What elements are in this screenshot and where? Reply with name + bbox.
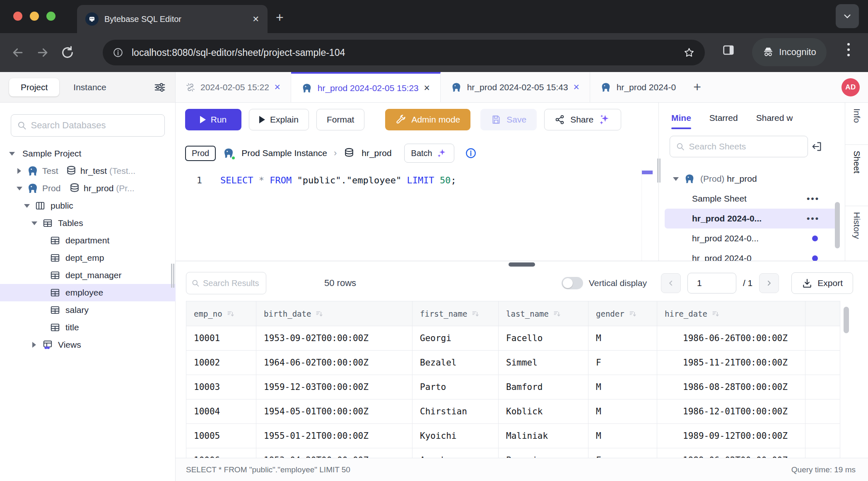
rail-tab-sheet[interactable]: Sheet: [845, 145, 868, 206]
page-input[interactable]: [687, 273, 736, 293]
cell-gender[interactable]: M: [588, 375, 657, 399]
filter-settings-icon[interactable]: [154, 81, 166, 94]
cell-gender[interactable]: M: [588, 424, 657, 448]
caret-right-icon[interactable]: [17, 168, 21, 174]
caret-down-icon[interactable]: [673, 177, 679, 181]
table-row[interactable]: 10004 1954-05-01T00:00:00Z Chirstian Kob…: [186, 399, 840, 424]
cell-last-name[interactable]: Facello: [499, 326, 588, 351]
cell-last-name[interactable]: Koblick: [499, 399, 588, 424]
sheets-tab-starred[interactable]: Starred: [709, 103, 738, 133]
cell-emp-no[interactable]: 10003: [186, 375, 256, 399]
admin-mode-button[interactable]: Admin mode: [385, 109, 470, 130]
tree-item-hr-prod[interactable]: Prod hr_prod (Pr...: [0, 180, 176, 197]
tree-item-hr-test[interactable]: Test hr_test (Test...: [0, 162, 176, 180]
site-info-icon[interactable]: [113, 47, 123, 58]
sheet-group-hr-prod[interactable]: (Prod) hr_prod: [665, 169, 839, 189]
table-row[interactable]: 10003 1959-12-03T00:00:00Z Parto Bamford…: [186, 375, 840, 399]
cell-hire-date[interactable]: 1986-12-01T00:00:00Z: [657, 399, 805, 424]
browser-tab[interactable]: Bytebase SQL Editor ✕: [77, 5, 268, 33]
tree-item-table-title[interactable]: title: [0, 319, 176, 336]
panel-resize-handle[interactable]: [657, 159, 661, 183]
ai-sparkle-icon[interactable]: [598, 113, 611, 126]
results-resize-handle[interactable]: [509, 262, 535, 267]
column-header-birth-date[interactable]: birth_date: [256, 301, 412, 326]
cell-emp-no[interactable]: 10004: [186, 399, 256, 424]
cell-birth-date[interactable]: 1959-12-03T00:00:00Z: [256, 375, 412, 399]
side-panel-icon[interactable]: [721, 43, 735, 57]
instance-name[interactable]: Prod Sample Instance: [241, 148, 327, 158]
bookmark-star-icon[interactable]: [683, 47, 695, 58]
sort-icon[interactable]: [629, 310, 637, 318]
prev-page-button[interactable]: [661, 273, 681, 293]
forward-button[interactable]: [36, 46, 50, 60]
column-header-last-name[interactable]: last_name: [499, 301, 588, 326]
table-row[interactable]: 10005 1955-01-21T00:00:00Z Kyoichi Malin…: [186, 424, 840, 448]
editor-tab-3[interactable]: hr_prod 2024-02-05 15:43 ✕: [441, 72, 590, 102]
cell-last-name[interactable]: Maliniak: [499, 424, 588, 448]
cell-first-name[interactable]: Bezalel: [412, 351, 499, 375]
table-row[interactable]: 10001 1953-09-02T00:00:00Z Georgi Facell…: [186, 326, 840, 351]
cell-hire-date[interactable]: 1986-08-28T00:00:00Z: [657, 375, 805, 399]
next-page-button[interactable]: [759, 273, 779, 293]
cell-birth-date[interactable]: 1964-06-02T00:00:00Z: [256, 351, 412, 375]
results-scrollbar[interactable]: [844, 307, 849, 333]
caret-down-icon[interactable]: [24, 204, 30, 208]
sort-icon[interactable]: [471, 310, 480, 318]
cell-last-name[interactable]: Bamford: [499, 375, 588, 399]
caret-right-icon[interactable]: [32, 342, 36, 348]
sort-icon[interactable]: [315, 310, 323, 318]
browser-tab-close-icon[interactable]: ✕: [252, 14, 259, 24]
results-search-input[interactable]: [203, 279, 261, 288]
cell-gender[interactable]: F: [588, 351, 657, 375]
save-button[interactable]: Save: [480, 109, 537, 130]
rail-tab-info[interactable]: Info: [845, 103, 868, 145]
tree-item-table-salary[interactable]: salary: [0, 301, 176, 319]
sort-icon[interactable]: [553, 310, 561, 318]
cell-gender[interactable]: M: [588, 326, 657, 351]
more-menu-icon[interactable]: •••: [807, 194, 820, 204]
sheets-tab-mine[interactable]: Mine: [671, 103, 691, 133]
sheets-tab-shared[interactable]: Shared w: [756, 103, 793, 133]
close-tab-icon[interactable]: ✕: [573, 82, 580, 92]
new-sheet-tab-button[interactable]: +: [686, 79, 709, 95]
sheet-item-4-partial[interactable]: hr_prod 2024-0: [665, 248, 839, 261]
cell-emp-no[interactable]: 10005: [186, 424, 256, 448]
window-maximize-button[interactable]: [46, 12, 55, 21]
sheet-item-partial-top[interactable]: hr_prod 2024-0...: [659, 161, 845, 169]
browser-menu-icon[interactable]: [847, 43, 850, 59]
sheet-item-sample-sheet[interactable]: Sample Sheet •••: [665, 189, 839, 209]
editor-tab-4[interactable]: hr_prod 2024-0: [590, 72, 686, 102]
column-header-first-name[interactable]: first_name: [412, 301, 499, 326]
run-button[interactable]: Run: [185, 109, 241, 130]
user-avatar[interactable]: AD: [841, 78, 860, 96]
column-header-gender[interactable]: gender: [588, 301, 657, 326]
export-button[interactable]: Export: [791, 272, 853, 294]
explain-button[interactable]: Explain: [249, 109, 309, 130]
cell-birth-date[interactable]: 1955-01-21T00:00:00Z: [256, 424, 412, 448]
editor-scrollbar-track[interactable]: [641, 170, 642, 261]
tree-item-table-employee-selected[interactable]: employee: [0, 284, 176, 301]
sidebar-resize-handle[interactable]: [171, 264, 174, 288]
tree-item-table-dept-manager[interactable]: dept_manager: [0, 267, 176, 284]
cell-first-name[interactable]: Parto: [412, 375, 499, 399]
share-button[interactable]: Share: [544, 109, 621, 130]
sql-editor[interactable]: 1 SELECT * FROM "public"."employee" LIMI…: [176, 170, 658, 261]
sheet-list-scrollbar[interactable]: [835, 202, 840, 248]
rail-tab-history[interactable]: History: [845, 206, 868, 261]
cell-birth-date[interactable]: 1953-09-02T00:00:00Z: [256, 326, 412, 351]
cell-gender[interactable]: M: [588, 399, 657, 424]
window-close-button[interactable]: [13, 12, 22, 21]
cell-hire-date[interactable]: 1989-09-12T00:00:00Z: [657, 424, 805, 448]
import-sheet-icon[interactable]: [811, 141, 822, 152]
table-row[interactable]: 10002 1964-06-02T00:00:00Z Bezalel Simme…: [186, 351, 840, 375]
new-tab-button[interactable]: +: [276, 10, 284, 25]
url-bar[interactable]: localhost:8080/sql-editor/sheet/project-…: [103, 40, 705, 65]
connection-info-icon[interactable]: [465, 147, 477, 159]
cell-first-name[interactable]: Kyoichi: [412, 424, 499, 448]
sheet-item-3[interactable]: hr_prod 2024-0...: [665, 228, 839, 248]
more-menu-icon[interactable]: •••: [807, 214, 820, 224]
cell-birth-date[interactable]: 1954-05-01T00:00:00Z: [256, 399, 412, 424]
reload-button[interactable]: [60, 46, 75, 60]
window-minimize-button[interactable]: [30, 12, 39, 21]
caret-down-icon[interactable]: [9, 152, 15, 156]
